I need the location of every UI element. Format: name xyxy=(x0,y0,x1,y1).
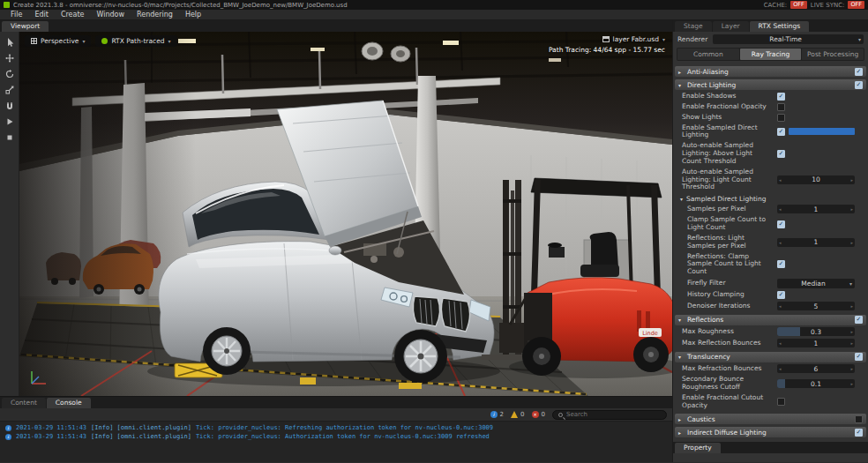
reflections-checkbox[interactable] xyxy=(855,316,863,324)
tab-layer[interactable]: Layer xyxy=(713,21,749,32)
denoiser-iterations-field[interactable]: 5 xyxy=(777,302,855,310)
console-log-area[interactable]: 2021-03-29 11:51:43 [Info] [omni.client.… xyxy=(0,422,672,462)
rtx-subtabs: Common Ray Tracing Post Processing xyxy=(677,48,864,61)
app-icon xyxy=(4,2,10,8)
section-reflections[interactable]: ▾ Reflections xyxy=(675,315,866,325)
render-mode-label: RTX Path-traced xyxy=(111,37,164,45)
max-roughness-field[interactable]: 0.3 xyxy=(777,327,855,336)
search-input[interactable] xyxy=(566,411,661,418)
chevron-right-icon: ▸ xyxy=(678,416,684,422)
info-count: 2 xyxy=(500,411,504,418)
info-count-badge[interactable]: 2 xyxy=(490,411,504,418)
setting-label: Clamp Sample Count to Light Count xyxy=(687,216,774,232)
setting-label: Secondary Bounce Roughness Cutoff xyxy=(682,376,774,392)
camera-selector[interactable]: Perspective ▾ xyxy=(25,35,91,47)
setting-label: Samples per Pixel xyxy=(687,205,774,213)
renderer-label: Renderer xyxy=(677,35,707,43)
error-icon xyxy=(532,411,539,418)
tab-property[interactable]: Property xyxy=(675,443,721,453)
setting-row: Enable Sampled Direct Lighting xyxy=(673,123,868,141)
render-mode-selector[interactable]: RTX Path-traced ▾ xyxy=(95,35,176,47)
select-tool-button[interactable] xyxy=(3,35,17,49)
chevron-right-icon: ▸ xyxy=(678,429,684,436)
live-sync-status-badge[interactable]: OFF xyxy=(848,1,864,9)
tab-console[interactable]: Console xyxy=(47,398,91,408)
enable-shadows-checkbox[interactable] xyxy=(777,93,785,101)
chevron-down-icon: ▾ xyxy=(678,354,684,360)
setting-row: Secondary Bounce Roughness Cutoff 0.1 xyxy=(673,375,868,393)
layer-selector[interactable]: layer Fabr.usd ▾ xyxy=(549,35,665,43)
direct-lighting-checkbox[interactable] xyxy=(855,81,863,89)
snap-tool-button[interactable] xyxy=(3,99,17,112)
reflections-clamp-checkbox[interactable] xyxy=(777,260,785,268)
fractional-opacity-checkbox[interactable] xyxy=(777,103,785,111)
firefly-filter-dropdown[interactable]: Median ▾ xyxy=(777,279,855,288)
play-button[interactable] xyxy=(3,115,17,128)
subsection-sampled-direct-lighting[interactable]: ▾ Sampled Direct Lighting xyxy=(673,193,868,204)
menu-rendering[interactable]: Rendering xyxy=(131,11,178,19)
chevron-down-icon: ▾ xyxy=(678,82,684,88)
show-lights-checkbox[interactable] xyxy=(777,114,785,122)
sampled-direct-lighting-checkbox[interactable] xyxy=(777,128,785,136)
section-caustics[interactable]: ▸ Caustics xyxy=(675,414,866,424)
tab-common[interactable]: Common xyxy=(677,49,739,60)
chevron-down-icon: ▾ xyxy=(849,280,852,287)
menu-create[interactable]: Create xyxy=(56,11,90,19)
translucency-checkbox[interactable] xyxy=(855,353,863,361)
stop-button[interactable] xyxy=(3,131,17,144)
section-anti-aliasing[interactable]: ▸ Anti-Aliasing xyxy=(675,66,866,77)
viewport-toolbar: Perspective ▾ RTX Path-traced ▾ xyxy=(25,35,177,47)
tab-rtx-settings[interactable]: RTX Settings xyxy=(750,21,810,32)
caustics-checkbox[interactable] xyxy=(855,415,863,423)
layers-icon xyxy=(602,36,610,42)
light-count-threshold-field[interactable]: 10 xyxy=(777,175,855,184)
history-clamping-checkbox[interactable] xyxy=(777,291,785,299)
menu-window[interactable]: Window xyxy=(91,11,130,19)
tab-viewport[interactable]: Viewport xyxy=(2,21,49,32)
tab-content[interactable]: Content xyxy=(2,398,46,408)
reflections-spp-field[interactable]: 1 xyxy=(777,238,855,247)
indirect-diffuse-checkbox[interactable] xyxy=(855,429,863,437)
section-indirect-diffuse[interactable]: ▸ Indirect Diffuse Lighting xyxy=(675,427,866,437)
section-direct-lighting[interactable]: ▾ Direct Lighting xyxy=(675,79,866,90)
move-tool-button[interactable] xyxy=(3,51,17,64)
warning-count-badge[interactable]: 0 xyxy=(511,411,524,418)
menu-edit[interactable]: Edit xyxy=(29,11,54,19)
section-label: Anti-Aliasing xyxy=(687,68,729,76)
log-source: [Info] [omni.client.plugin] xyxy=(91,433,191,440)
menu-file[interactable]: File xyxy=(5,11,27,19)
tab-ray-tracing[interactable]: Ray Tracing xyxy=(740,49,802,60)
renderer-dropdown[interactable]: Real-Time ▾ xyxy=(713,34,864,44)
cache-label: CACHE: xyxy=(764,2,788,9)
rotate-tool-button[interactable] xyxy=(3,67,17,80)
anti-aliasing-checkbox[interactable] xyxy=(855,68,863,76)
secondary-bounce-cutoff-field[interactable]: 0.1 xyxy=(777,379,855,388)
setting-label: Reflections: Clamp Sample Count to Light… xyxy=(687,253,774,277)
chevron-down-icon: ▾ xyxy=(662,36,665,42)
tab-stage[interactable]: Stage xyxy=(675,21,712,32)
fractional-cutout-checkbox[interactable] xyxy=(777,398,785,406)
error-count-badge[interactable]: 0 xyxy=(532,411,545,418)
clamp-sample-count-checkbox[interactable] xyxy=(777,220,785,228)
operator-seat xyxy=(590,232,618,270)
auto-enable-sampled-checkbox[interactable] xyxy=(777,150,785,158)
menubar: File Edit Create Window Rendering Help xyxy=(0,10,868,20)
right-panel: Stage Layer RTX Settings Renderer Real-T… xyxy=(672,20,868,462)
viewport-3d[interactable]: Linde Perspective ▾ xyxy=(19,32,672,396)
dropdown-value: Median xyxy=(801,280,825,288)
subsection-label: Sampled Direct Lighting xyxy=(686,195,766,203)
max-refraction-bounces-field[interactable]: 6 xyxy=(777,364,855,373)
console-tabbar: Content Console xyxy=(0,397,672,408)
section-translucency[interactable]: ▾ Translucency xyxy=(675,352,866,362)
side-mirror xyxy=(329,246,341,255)
max-reflection-bounces-field[interactable]: 1 xyxy=(777,339,855,347)
setting-label: Show Lights xyxy=(682,114,774,122)
tab-post-processing[interactable]: Post Processing xyxy=(802,49,864,60)
samples-per-pixel-field[interactable]: 1 xyxy=(777,205,855,213)
scale-tool-button[interactable] xyxy=(3,83,17,96)
setting-label: Max Reflection Bounces xyxy=(682,340,774,347)
menu-help[interactable]: Help xyxy=(180,11,206,19)
cache-status-badge[interactable]: OFF xyxy=(790,1,807,9)
forklift-brand-badge: Linde xyxy=(642,330,658,337)
setting-row: Denoiser Iterations 5 xyxy=(673,301,868,312)
